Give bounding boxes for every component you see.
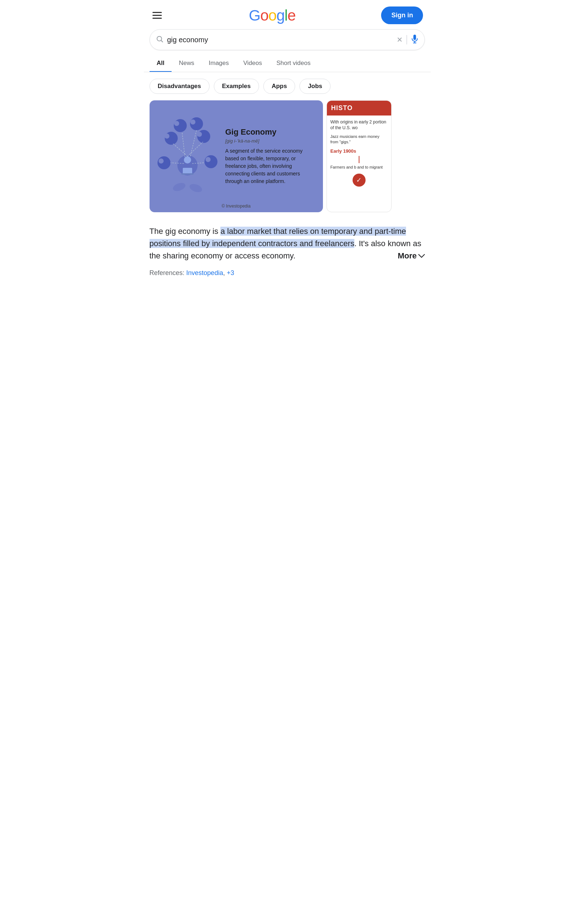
sign-in-button[interactable]: Sign in <box>381 6 423 24</box>
chip-jobs[interactable]: Jobs <box>300 79 331 94</box>
tab-all[interactable]: All <box>150 55 172 72</box>
reference-investopedia[interactable]: Investopedia <box>186 269 223 277</box>
history-era2-text: Farmers and b and to migrant <box>331 165 388 170</box>
carousel-main-card[interactable]: Gig Economy [gig i-ˈkä-na-mē] A segment … <box>150 101 323 212</box>
history-card: HISTO With origins in early 2 portion of… <box>327 101 391 212</box>
references-section: References: Investopedia, +3 <box>144 266 430 284</box>
gig-source: © Investopedia <box>221 204 250 209</box>
svg-rect-7 <box>181 173 194 175</box>
history-quote: Jazz musicians earn money from "gigs." <box>331 134 388 145</box>
references-label: References: <box>150 269 184 277</box>
tab-images[interactable]: Images <box>202 55 236 72</box>
svg-point-16 <box>205 157 211 162</box>
gig-illustration <box>153 109 226 203</box>
history-body: With origins in early 2 portion of the U… <box>327 115 391 212</box>
svg-line-22 <box>188 142 203 156</box>
header: Google Sign in <box>144 0 430 29</box>
mic-icon[interactable] <box>411 34 419 46</box>
chip-examples[interactable]: Examples <box>214 79 259 94</box>
description-text: The gig economy is a labor market that r… <box>150 225 425 262</box>
gig-text-content: Gig Economy [gig i-ˈkä-na-mē] A segment … <box>226 120 323 192</box>
history-intro: With origins in early 2 portion of the U… <box>331 119 388 131</box>
search-bar: ✕ <box>150 29 425 50</box>
divider <box>406 35 407 44</box>
filter-chips: Disadvantages Examples Apps Jobs <box>144 72 430 101</box>
more-button[interactable]: More <box>398 250 425 262</box>
svg-rect-2 <box>413 35 416 40</box>
tab-news[interactable]: News <box>172 55 202 72</box>
svg-point-20 <box>190 119 196 124</box>
svg-point-27 <box>172 181 186 192</box>
svg-point-12 <box>197 132 202 137</box>
svg-point-18 <box>174 121 179 126</box>
svg-point-14 <box>159 159 164 163</box>
svg-point-28 <box>188 182 203 193</box>
svg-rect-6 <box>183 168 192 174</box>
history-checkmark: ✓ <box>353 174 366 187</box>
tabs-bar: All News Images Videos Short videos <box>144 55 430 72</box>
carousel-secondary-card[interactable]: HISTO With origins in early 2 portion of… <box>326 101 391 212</box>
chip-apps[interactable]: Apps <box>263 79 295 94</box>
svg-line-25 <box>182 132 185 157</box>
gig-card-title: Gig Economy <box>226 127 318 137</box>
chip-disadvantages[interactable]: Disadvantages <box>150 79 210 94</box>
menu-button[interactable] <box>151 11 163 20</box>
tab-short-videos[interactable]: Short videos <box>269 55 318 72</box>
more-label: More <box>398 250 417 262</box>
svg-point-10 <box>164 134 169 138</box>
gig-definition: A segment of the service economy based o… <box>226 147 318 185</box>
svg-line-21 <box>173 144 188 156</box>
clear-icon[interactable]: ✕ <box>397 35 403 44</box>
history-era1: Early 1900s <box>331 148 388 154</box>
description-before: The gig economy is <box>150 227 221 236</box>
image-carousel: Gig Economy [gig i-ˈkä-na-mē] A segment … <box>144 101 430 218</box>
tab-videos[interactable]: Videos <box>236 55 270 72</box>
references-comma: , <box>223 269 227 277</box>
description-section: The gig economy is a labor market that r… <box>144 218 430 266</box>
gig-phonetic: [gig i-ˈkä-na-mē] <box>226 138 318 144</box>
reference-plus3[interactable]: +3 <box>227 269 235 277</box>
history-header: HISTO <box>327 101 391 115</box>
search-input[interactable] <box>167 36 393 44</box>
search-bar-container: ✕ <box>144 29 430 55</box>
svg-point-15 <box>205 155 218 168</box>
svg-point-8 <box>184 156 191 163</box>
search-icon <box>156 35 164 45</box>
svg-line-1 <box>161 41 162 42</box>
google-logo: Google <box>249 7 295 24</box>
